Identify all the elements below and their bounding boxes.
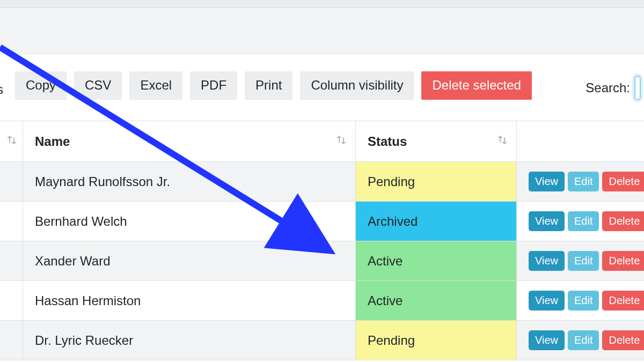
table-body: Maynard Runolfsson Jr.PendingViewEditDel… (0, 162, 644, 360)
table-row: Maynard Runolfsson Jr.PendingViewEditDel… (0, 162, 644, 202)
delete-button[interactable]: Delete (602, 211, 644, 231)
sort-icon (497, 135, 508, 149)
status-cell: Pending (356, 162, 517, 202)
delete-button[interactable]: Delete (602, 291, 644, 311)
delete-button[interactable]: Delete (602, 251, 644, 271)
view-button[interactable]: View (529, 211, 565, 231)
actions-cell: ViewEditDelete (517, 321, 645, 360)
pdf-button[interactable]: PDF (190, 71, 237, 100)
view-button[interactable]: View (529, 330, 565, 350)
name-cell: Dr. Lyric Ruecker (23, 321, 356, 360)
table-wrap: Name Status Maynard Runo (0, 121, 644, 360)
status-cell: Active (356, 241, 517, 281)
actions-cell: ViewEditDelete (517, 281, 645, 321)
delete-button[interactable]: Delete (602, 172, 644, 191)
row-select-cell[interactable] (0, 281, 23, 321)
status-cell: Active (356, 281, 517, 321)
name-cell: Maynard Runolfsson Jr. (23, 162, 356, 202)
window-chrome-strip (0, 0, 644, 8)
row-select-cell[interactable] (0, 241, 23, 281)
name-column-label: Name (35, 134, 70, 149)
name-cell: Xander Ward (23, 241, 356, 281)
view-button[interactable]: View (529, 172, 565, 191)
status-cell: Archived (356, 202, 517, 241)
sort-icon (6, 135, 17, 149)
actions-cell: ViewEditDelete (517, 241, 645, 281)
view-button[interactable]: View (529, 291, 565, 311)
edit-button[interactable]: Edit (568, 172, 599, 191)
search-input[interactable] (634, 76, 641, 100)
name-cell: Hassan Hermiston (23, 281, 356, 321)
actions-cell: ViewEditDelete (517, 162, 645, 202)
delete-button[interactable]: Delete (602, 330, 644, 350)
row-select-cell[interactable] (0, 321, 23, 360)
name-cell: Bernhard Welch (23, 202, 356, 241)
edit-button[interactable]: Edit (568, 251, 599, 271)
edit-button[interactable]: Edit (568, 211, 599, 231)
table-row: Xander WardActiveViewEditDelete (0, 241, 644, 281)
sort-icon (336, 135, 347, 149)
select-all-header[interactable] (0, 121, 23, 162)
table-toolbar: s Copy CSV Excel PDF Print Column visibi… (0, 54, 644, 119)
status-column-header[interactable]: Status (356, 121, 517, 162)
name-column-header[interactable]: Name (23, 121, 356, 162)
delete-selected-button[interactable]: Delete selected (421, 71, 531, 100)
data-table: Name Status Maynard Runo (0, 121, 644, 360)
excel-button[interactable]: Excel (129, 71, 182, 100)
table-panel: s Copy CSV Excel PDF Print Column visibi… (0, 54, 644, 362)
table-header-row: Name Status (0, 121, 644, 162)
actions-column-header (517, 121, 645, 162)
print-button[interactable]: Print (245, 71, 292, 100)
search-label: Search: (586, 80, 630, 95)
copy-button[interactable]: Copy (15, 71, 67, 100)
row-select-cell[interactable] (0, 162, 23, 202)
search-wrap: Search: (586, 76, 641, 100)
status-cell: Pending (356, 321, 517, 360)
export-button-row: Copy CSV Excel PDF Print Column visibili… (15, 71, 532, 100)
view-button[interactable]: View (529, 251, 565, 271)
status-column-label: Status (368, 134, 407, 149)
column-visibility-button[interactable]: Column visibility (300, 71, 414, 100)
table-row: Dr. Lyric RueckerPendingViewEditDelete (0, 321, 644, 360)
page-header-bar (0, 8, 644, 54)
table-row: Hassan HermistonActiveViewEditDelete (0, 281, 644, 321)
table-row: Bernhard WelchArchivedViewEditDelete (0, 202, 644, 241)
actions-cell: ViewEditDelete (517, 202, 645, 241)
edit-button[interactable]: Edit (568, 291, 599, 311)
edit-button[interactable]: Edit (568, 330, 599, 350)
row-select-cell[interactable] (0, 202, 23, 241)
entries-label-fragment: s (0, 82, 3, 97)
csv-button[interactable]: CSV (74, 71, 122, 100)
